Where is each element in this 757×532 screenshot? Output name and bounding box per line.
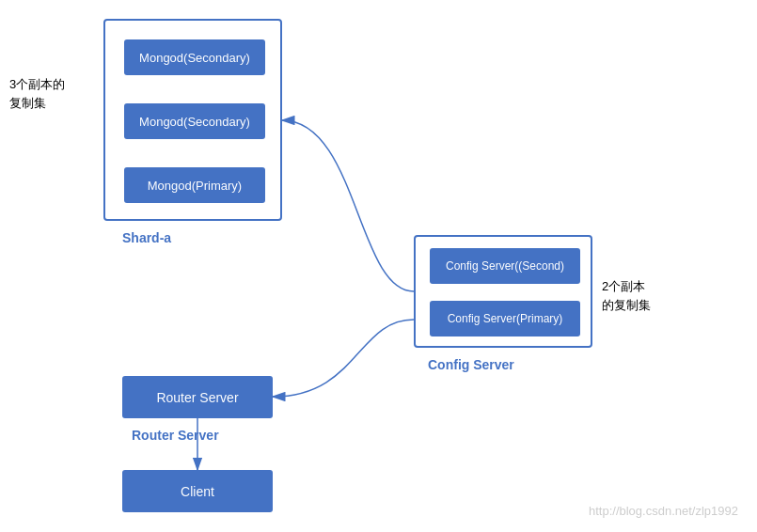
replica-label-left: 3个副本的 复制集	[9, 75, 65, 112]
watermark: http://blog.csdn.net/zlp1992	[589, 504, 738, 518]
router-server-box: Router Server	[122, 376, 273, 418]
mongod-node-2: Mongod(Secondary)	[124, 103, 265, 139]
config-node-1: Config Server((Second)	[430, 248, 580, 284]
diagram-container: 3个副本的 复制集 Mongod(Secondary) Mongod(Secon…	[0, 0, 757, 532]
router-server-label: Router Server	[132, 428, 219, 443]
config-node-2: Config Server(Primary)	[430, 301, 580, 336]
config-server-label: Config Server	[428, 357, 514, 372]
shard-box: Mongod(Secondary) Mongod(Secondary) Mong…	[103, 19, 282, 221]
mongod-node-3: Mongod(Primary)	[124, 167, 265, 203]
mongod-node-1: Mongod(Secondary)	[124, 39, 265, 75]
client-box: Client	[122, 470, 273, 512]
shard-label: Shard-a	[122, 230, 171, 245]
replica-label-right: 2个副本 的复制集	[602, 277, 651, 314]
config-box: Config Server((Second) Config Server(Pri…	[414, 235, 592, 348]
